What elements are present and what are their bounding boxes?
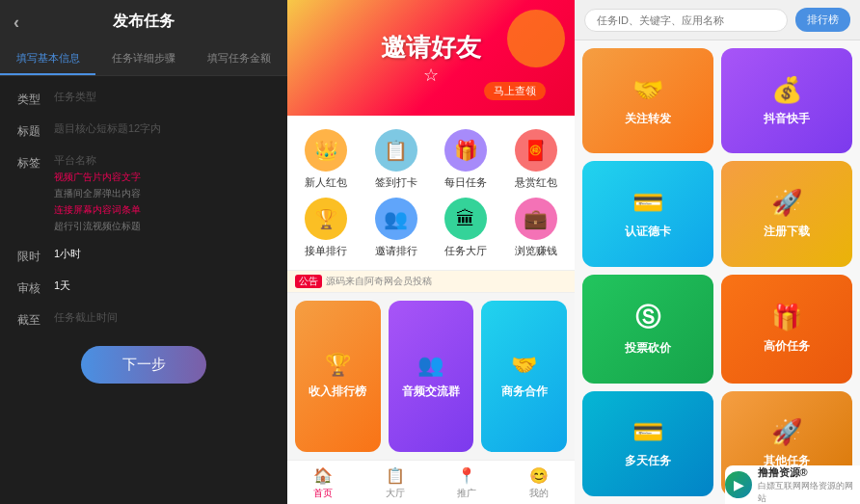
icon-cell-0[interactable]: 👑 新人红包	[291, 125, 362, 194]
right-card-icon-2: 💳	[632, 188, 663, 218]
search-input[interactable]	[584, 9, 788, 32]
right-card-0[interactable]: 🤝 关注转发	[582, 48, 713, 153]
nav-label-promo: 推广	[457, 487, 476, 500]
tag-item-3: 超行引流视频位标题	[54, 220, 141, 233]
nav-label-mine: 我的	[529, 487, 549, 500]
right-header: 排行榜	[575, 0, 860, 40]
banner-main-text: 邀请好友	[381, 31, 481, 65]
icon-grid: 👑 新人红包 📋 签到打卡 🎁 每日任务 🧧 悬赏红包 🏆 接单排行 👥 邀请排…	[287, 116, 575, 270]
card-label-2: 商务合作	[501, 384, 548, 400]
right-card-icon-7: 🚀	[771, 417, 802, 447]
tag-item-2: 连接屏幕内容词条单	[54, 203, 141, 217]
left-header: ‹ 发布任务	[0, 0, 287, 43]
right-card-label-6: 多天任务	[625, 453, 671, 469]
watermark: ▶ 撸撸资源® 白嫖互联网网络资源的网站	[725, 465, 860, 504]
icon-cell-6[interactable]: 🏛 任务大厅	[431, 194, 501, 262]
bottom-card-2[interactable]: 🤝 商务合作	[481, 301, 567, 452]
tag-item-0: 视频广告片内容文字	[54, 171, 141, 184]
icon-label-6: 任务大厅	[444, 244, 487, 258]
icon-label-2: 每日任务	[444, 175, 487, 190]
left-title: 发布任务	[113, 13, 175, 29]
banner-decoration	[507, 10, 565, 67]
watermark-subtitle: 白嫖互联网网络资源的网站	[758, 480, 860, 505]
step-3[interactable]: 填写任务金额	[192, 43, 287, 75]
steps-bar: 填写基本信息 任务详细步骤 填写任务金额	[0, 43, 287, 76]
icon-cell-7[interactable]: 💼 浏览赚钱	[501, 194, 572, 262]
icon-circle-1: 📋	[375, 129, 417, 172]
card-icon-2: 🤝	[511, 353, 537, 378]
icon-circle-3: 🧧	[515, 129, 557, 172]
right-grid: 🤝 关注转发 💰 抖音快手 💳 认证德卡 🚀 注册下载 Ⓢ 投票砍价 🎁 高价任…	[575, 40, 860, 504]
bottom-grid: 🏆 收入排行榜 👥 音频交流群 🤝 商务合作	[287, 293, 575, 460]
nav-item-promo[interactable]: 📍 推广	[431, 466, 503, 500]
right-card-label-2: 认证德卡	[625, 224, 671, 240]
right-card-icon-1: 💰	[771, 75, 802, 105]
icon-circle-4: 🏆	[305, 198, 347, 240]
icon-cell-4[interactable]: 🏆 接单排行	[291, 194, 362, 262]
title-value[interactable]: 题目核心短标题12字内	[54, 121, 161, 136]
right-card-6[interactable]: 💳 多天任务	[582, 391, 713, 496]
bottom-card-0[interactable]: 🏆 收入排行榜	[295, 301, 381, 452]
form-row-tag: 标签 平台名称 视频广告片内容文字 直播间全屏弹出内容 连接屏幕内容词条单 超行…	[17, 153, 270, 233]
icon-label-3: 悬赏红包	[515, 175, 557, 190]
right-card-3[interactable]: 🚀 注册下载	[721, 161, 852, 266]
rank-button[interactable]: 排行榜	[795, 8, 850, 32]
step-2[interactable]: 任务详细步骤	[95, 43, 191, 75]
nav-label-hall: 大厅	[386, 487, 405, 500]
banner-sub-text[interactable]: 马上查领	[484, 82, 546, 100]
icon-cell-5[interactable]: 👥 邀请排行	[362, 194, 432, 262]
deadline-label: 截至	[17, 310, 54, 329]
watermark-title: 撸撸资源®	[758, 465, 860, 480]
nav-bar: 🏠 首页 📋 大厅 📍 推广 😊 我的	[287, 460, 575, 504]
tag-placeholder: 平台名称	[54, 153, 141, 168]
limit-label: 限时	[17, 247, 54, 265]
review-label: 审核	[17, 279, 54, 297]
hall-icon: 📋	[386, 466, 405, 485]
card-label-1: 音频交流群	[402, 384, 460, 400]
right-card-icon-6: 💳	[632, 417, 663, 447]
form-row-limit: 限时 1小时	[17, 247, 270, 265]
bottom-card-1[interactable]: 👥 音频交流群	[389, 301, 474, 452]
mine-icon: 😊	[529, 466, 549, 485]
right-card-label-1: 抖音快手	[764, 111, 810, 127]
right-card-label-0: 关注转发	[625, 111, 671, 127]
right-card-icon-4: Ⓢ	[635, 301, 660, 334]
tag-item-1: 直播间全屏弹出内容	[54, 187, 141, 200]
right-card-icon-5: 🎁	[771, 303, 802, 332]
right-card-2[interactable]: 💳 认证德卡	[582, 161, 713, 266]
nav-item-home[interactable]: 🏠 首页	[287, 466, 360, 500]
next-button[interactable]: 下一步	[81, 346, 206, 384]
right-card-label-3: 注册下载	[764, 224, 810, 240]
watermark-logo-text: ▶	[734, 478, 743, 492]
right-card-icon-3: 🚀	[771, 188, 802, 218]
card-icon-0: 🏆	[325, 353, 351, 378]
icon-cell-2[interactable]: 🎁 每日任务	[431, 125, 501, 194]
form-row-deadline: 截至 任务截止时间	[17, 310, 270, 329]
right-card-1[interactable]: 💰 抖音快手	[721, 48, 852, 153]
right-panel: 排行榜 🤝 关注转发 💰 抖音快手 💳 认证德卡 🚀 注册下载 Ⓢ 投票砍价 🎁…	[575, 0, 860, 504]
form-row-review: 审核 1天	[17, 279, 270, 297]
right-card-label-5: 高价任务	[764, 338, 810, 355]
limit-value: 1小时	[54, 247, 270, 261]
icon-circle-7: 💼	[515, 198, 557, 240]
icon-cell-3[interactable]: 🧧 悬赏红包	[501, 125, 572, 194]
step-1[interactable]: 填写基本信息	[0, 43, 95, 75]
right-card-5[interactable]: 🎁 高价任务	[721, 275, 852, 384]
tag-label: 标签	[17, 153, 54, 172]
banner-emoji: ☆	[423, 65, 439, 86]
type-value[interactable]: 任务类型	[54, 90, 96, 104]
right-card-4[interactable]: Ⓢ 投票砍价	[582, 275, 713, 384]
deadline-value[interactable]: 任务截止时间	[54, 310, 118, 325]
nav-item-mine[interactable]: 😊 我的	[503, 466, 576, 500]
icon-label-5: 邀请排行	[375, 244, 417, 258]
icon-label-0: 新人红包	[305, 175, 347, 190]
back-arrow-icon[interactable]: ‹	[13, 12, 19, 32]
card-icon-1: 👥	[417, 353, 443, 378]
watermark-text-group: 撸撸资源® 白嫖互联网网络资源的网站	[758, 465, 860, 505]
right-card-label-4: 投票砍价	[625, 340, 671, 357]
icon-cell-1[interactable]: 📋 签到打卡	[362, 125, 432, 194]
icon-label-4: 接单排行	[305, 244, 347, 258]
watermark-logo: ▶	[725, 471, 752, 498]
review-value: 1天	[54, 279, 270, 293]
nav-item-hall[interactable]: 📋 大厅	[360, 466, 432, 500]
